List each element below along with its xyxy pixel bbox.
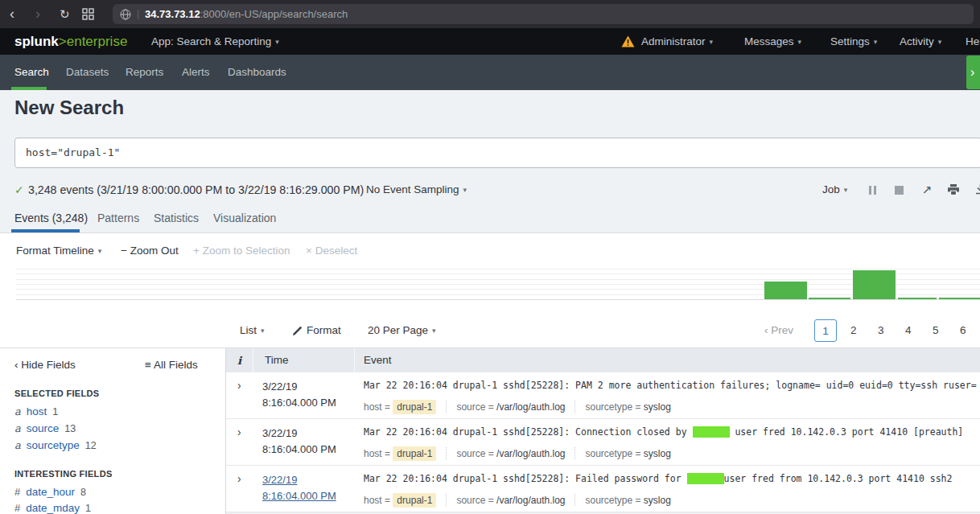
zoom-to-selection-button[interactable]: + Zoom to Selection xyxy=(193,240,290,262)
all-fields-button[interactable]: ≡ All Fields xyxy=(145,359,198,371)
warning-icon[interactable] xyxy=(621,35,635,50)
field-host[interactable]: ahost1 xyxy=(14,405,58,417)
timeline-histogram[interactable] xyxy=(16,269,980,300)
highlighted-selection xyxy=(687,473,724,484)
active-tab-indicator xyxy=(11,229,80,232)
expand-panel-button[interactable]: › xyxy=(966,56,980,89)
search-input[interactable]: host="drupal-1" xyxy=(14,138,980,168)
event-row: › 3/22/19 8:16:04.000 PM Mar 22 20:16:04… xyxy=(226,466,980,512)
page-3[interactable]: 3 xyxy=(878,314,884,347)
field-sourcetype[interactable]: asourcetype12 xyxy=(14,439,97,451)
chevron-down-icon: ▾ xyxy=(98,247,102,255)
tab-visualization[interactable]: Visualization xyxy=(213,204,276,232)
zoom-out-button[interactable]: − Zoom Out xyxy=(121,240,179,262)
field-type-prefix: a xyxy=(14,405,21,417)
page-2[interactable]: 2 xyxy=(850,314,857,347)
event-raw-text: Mar 22 20:16:04 drupal-1 sshd[25228]: PA… xyxy=(364,380,980,391)
refresh-icon[interactable]: ↻ xyxy=(60,0,70,28)
nav-item-datasets[interactable]: Datasets xyxy=(66,55,109,90)
share-icon[interactable]: ↗ xyxy=(922,179,933,201)
field-type-prefix: # xyxy=(14,502,20,514)
event-field-values: host = drupal-1source = /var/log/auth.lo… xyxy=(364,445,671,463)
timeline-bar[interactable] xyxy=(939,298,980,299)
events-table: i Time Event › 3/22/19 8:16:04.000 PM Ma… xyxy=(225,348,980,514)
timeline-bar[interactable] xyxy=(853,270,896,299)
stop-button[interactable] xyxy=(895,185,904,197)
tab-patterns[interactable]: Patterns xyxy=(97,204,139,232)
check-icon: ✓ xyxy=(14,179,24,201)
forward-icon[interactable]: › xyxy=(35,0,40,28)
timeline-bar[interactable] xyxy=(764,282,807,299)
pause-button[interactable] xyxy=(869,185,879,197)
url-host: 34.73.73.12 xyxy=(145,8,200,20)
host-value[interactable]: drupal-1 xyxy=(393,446,436,461)
sourcetype-value[interactable]: syslog xyxy=(644,495,671,506)
format-timeline-dropdown[interactable]: Format Timeline▾ xyxy=(16,240,101,262)
page-6[interactable]: 6 xyxy=(960,314,966,347)
nav-item-reports[interactable]: Reports xyxy=(126,55,163,90)
pencil-icon[interactable] xyxy=(292,326,303,339)
format-button[interactable]: Format xyxy=(307,314,341,347)
address-bar[interactable]: | 34.73.73.12:8000/en-US/app/search/sear… xyxy=(113,4,974,24)
app-menu[interactable]: App: Search & Reporting▾ xyxy=(151,28,279,56)
page-5[interactable]: 5 xyxy=(933,314,939,347)
chevron-right-icon: › xyxy=(970,65,974,79)
list-icon: ≡ xyxy=(145,359,151,371)
tab-events[interactable]: Events (3,248) xyxy=(14,204,88,232)
nav-item-dashboards[interactable]: Dashboards xyxy=(228,55,286,90)
expand-event-icon[interactable]: › xyxy=(237,379,241,392)
print-icon[interactable] xyxy=(948,184,959,198)
export-icon[interactable] xyxy=(975,184,980,197)
plus-icon: + xyxy=(193,245,200,257)
sourcetype-value[interactable]: syslog xyxy=(644,448,671,459)
nav-item-search[interactable]: Search xyxy=(14,55,49,90)
results-toolbar: List▾ Format 20 Per Page▾ ‹ Prev 1 2 3 4… xyxy=(0,314,980,347)
field-type-prefix: a xyxy=(14,439,21,451)
event-sampling-dropdown[interactable]: No Event Sampling▾ xyxy=(366,179,467,201)
deselect-button[interactable]: × Deselect xyxy=(306,240,357,262)
interesting-fields-header: INTERESTING FIELDS xyxy=(14,469,113,479)
field-date-hour[interactable]: #date_hour8 xyxy=(14,486,86,498)
list-view-dropdown[interactable]: List▾ xyxy=(240,314,265,347)
event-date[interactable]: 3/22/19 xyxy=(262,380,297,393)
field-source[interactable]: asource13 xyxy=(14,422,76,434)
timeline-bar[interactable] xyxy=(809,298,850,299)
event-time[interactable]: 8:16:04.000 PM xyxy=(262,490,336,502)
expand-event-icon[interactable]: › xyxy=(237,426,241,438)
events-table-header: i Time Event xyxy=(226,348,980,372)
field-date-mday[interactable]: #date_mday1 xyxy=(14,502,91,514)
page-4[interactable]: 4 xyxy=(905,314,912,347)
nav-item-alerts[interactable]: Alerts xyxy=(182,55,210,90)
search-section: New Search host="drupal-1" ✓ 3,248 event… xyxy=(0,90,980,233)
event-date[interactable]: 3/22/19 xyxy=(262,474,297,486)
menu-help[interactable]: Help xyxy=(966,28,980,55)
event-time[interactable]: 8:16:04.000 PM xyxy=(262,443,336,455)
source-value[interactable]: /var/log/auth.log xyxy=(496,448,565,459)
page-1-active[interactable]: 1 xyxy=(814,319,837,342)
event-time[interactable]: 8:16:04.000 PM xyxy=(262,397,336,409)
tab-grid-icon[interactable] xyxy=(82,8,94,23)
per-page-dropdown[interactable]: 20 Per Page▾ xyxy=(368,314,436,347)
source-value[interactable]: /var/log/auth.log xyxy=(496,401,565,413)
event-date[interactable]: 3/22/19 xyxy=(262,427,297,439)
job-dropdown[interactable]: Job▾ xyxy=(822,179,847,201)
app-navbar: Search Datasets Reports Alerts Dashboard… xyxy=(0,55,980,90)
tab-statistics[interactable]: Statistics xyxy=(154,204,199,232)
sourcetype-value[interactable]: syslog xyxy=(644,401,671,413)
job-status-bar: ✓ 3,248 events (3/21/19 8:00:00.000 PM t… xyxy=(0,179,980,201)
splunk-logo[interactable]: splunk>enterprise xyxy=(14,28,127,55)
event-row: › 3/22/19 8:16:04.000 PM Mar 22 20:16:04… xyxy=(226,419,980,466)
timeline-bar[interactable] xyxy=(898,298,937,299)
host-value[interactable]: drupal-1 xyxy=(393,400,436,414)
prev-page-button[interactable]: ‹ Prev xyxy=(764,314,793,347)
menu-messages[interactable]: Messages▾ xyxy=(744,28,801,56)
browser-toolbar: ‹ › ↻ | 34.73.73.12:8000/en-US/app/searc… xyxy=(0,0,980,28)
menu-activity[interactable]: Activity▾ xyxy=(900,28,941,56)
host-value[interactable]: drupal-1 xyxy=(393,493,436,508)
back-icon[interactable]: ‹ xyxy=(10,0,14,28)
menu-settings[interactable]: Settings▾ xyxy=(830,28,877,56)
menu-administrator[interactable]: Administrator▾ xyxy=(641,28,713,56)
expand-event-icon[interactable]: › xyxy=(237,472,241,485)
source-value[interactable]: /var/log/auth.log xyxy=(496,495,565,506)
hide-fields-button[interactable]: ‹ Hide Fields xyxy=(14,359,76,371)
